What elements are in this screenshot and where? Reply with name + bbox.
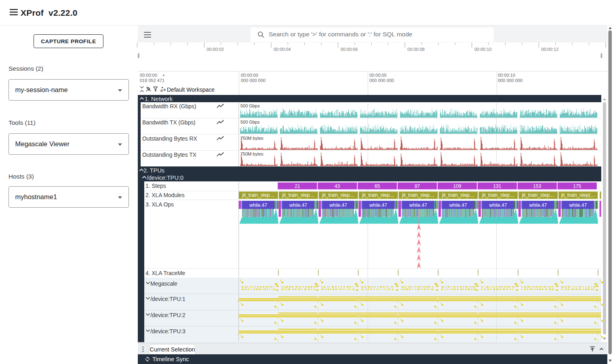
svg-text:while.47: while.47 xyxy=(249,202,267,208)
svg-text:00:00:04: 00:00:04 xyxy=(274,47,291,52)
svg-text:jit_train_step(…: jit_train_step(… xyxy=(561,192,595,198)
svg-text:jit_train_step…: jit_train_step… xyxy=(482,192,514,198)
svg-text:87: 87 xyxy=(415,183,420,189)
svg-text:jit_train_step…: jit_train_step… xyxy=(522,192,554,198)
svg-text:109: 109 xyxy=(453,183,461,189)
svg-text:jit_train_step…: jit_train_step… xyxy=(442,192,474,198)
svg-text:21: 21 xyxy=(295,183,300,189)
svg-text:750M bytes: 750M bytes xyxy=(240,136,263,141)
svg-text:65: 65 xyxy=(375,183,380,189)
svg-text:jit_train_step…: jit_train_step… xyxy=(242,192,274,198)
svg-text:43: 43 xyxy=(335,183,340,189)
svg-text:jit_train_step…: jit_train_step… xyxy=(362,192,394,198)
svg-text:00:00:12: 00:00:12 xyxy=(541,47,558,52)
svg-text:jit_train_step…: jit_train_step… xyxy=(402,192,434,198)
svg-text:while.47: while.47 xyxy=(489,202,507,208)
svg-text:while.47: while.47 xyxy=(289,202,307,208)
svg-text:while.47: while.47 xyxy=(529,202,547,208)
svg-text:while.47: while.47 xyxy=(449,202,467,208)
svg-text:while.47: while.47 xyxy=(409,202,427,208)
svg-text:750M bytes: 750M bytes xyxy=(240,151,263,156)
svg-text:00:00:08: 00:00:08 xyxy=(407,47,425,52)
svg-text:while.47: while.47 xyxy=(329,202,347,208)
svg-text:131: 131 xyxy=(493,183,501,189)
svg-text:153: 153 xyxy=(533,183,541,189)
svg-text:jit_train_step…: jit_train_step… xyxy=(322,192,354,198)
svg-text:00:00:10: 00:00:10 xyxy=(474,47,492,52)
svg-text:00:00:02: 00:00:02 xyxy=(206,47,224,52)
svg-text:500 Gbps: 500 Gbps xyxy=(240,120,260,124)
svg-text:175: 175 xyxy=(573,183,581,189)
svg-text:500 Gbps: 500 Gbps xyxy=(240,103,260,108)
svg-text:00:00:06: 00:00:06 xyxy=(341,47,358,52)
svg-text:while.47: while.47 xyxy=(569,202,587,208)
svg-text:jit_train_step…: jit_train_step… xyxy=(282,192,314,198)
svg-text:while.47: while.47 xyxy=(369,202,387,208)
